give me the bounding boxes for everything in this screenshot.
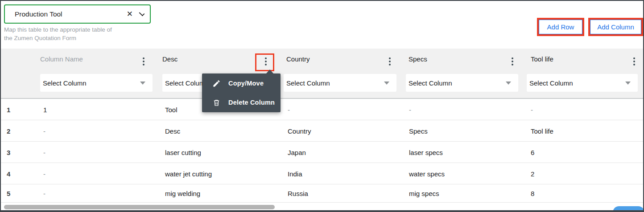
select-column-value: Select Column — [40, 79, 140, 87]
clear-selection-icon[interactable]: ✕ — [127, 10, 133, 18]
row-number: 1 — [7, 106, 10, 113]
cell-specs: Specs — [409, 127, 428, 135]
cell-tool-life: Tool life — [531, 127, 553, 135]
cell-tool-life: 2 — [531, 170, 534, 177]
dropdown-arrow-icon — [506, 82, 511, 85]
cell-country: Japan — [288, 148, 306, 156]
cell-specs: mig specs — [409, 190, 439, 197]
chevron-down-icon[interactable] — [139, 10, 145, 16]
column-menu-annotation-box — [255, 53, 274, 71]
trash-icon — [211, 98, 221, 107]
row-number: 5 — [7, 190, 10, 197]
table-row: 5 - mig welding Russia mig specs 8 — [1, 184, 643, 203]
cell-desc: mig welding — [165, 190, 200, 197]
select-column-dropdown-4[interactable]: Select Column — [406, 74, 518, 92]
pencil-icon — [211, 79, 221, 88]
menu-item-delete-column[interactable]: Delete Column — [202, 93, 281, 112]
table-header-band: Column Name Desc Country Specs Tool life… — [1, 49, 643, 99]
table-mapping-screen: Production Tool ✕ Map this table to the … — [0, 0, 644, 212]
select-column-dropdown-3[interactable]: Select Column — [284, 74, 396, 92]
column-header-desc: Desc — [162, 55, 178, 63]
table-row: 2 - Desc Country Specs Tool life — [1, 120, 643, 142]
add-row-annotation-box: Add Row — [537, 18, 584, 36]
mapping-helper-text: Map this table to the appropriate table … — [4, 26, 158, 43]
select-column-value: Select Column — [406, 79, 506, 87]
menu-item-label: Delete Column — [228, 99, 275, 106]
cell-country: - — [288, 106, 290, 113]
cell-desc: water jet cutting — [165, 170, 212, 177]
select-column-dropdown-5[interactable]: Select Column — [527, 74, 638, 92]
table-row: 3 - laser cutting Japan laser specs 6 — [1, 142, 643, 163]
cell-tool-life: 8 — [531, 190, 534, 197]
column-header-specs: Specs — [409, 55, 427, 63]
column-header-column-name: Column Name — [40, 55, 83, 63]
column-menu-icon-country[interactable] — [386, 56, 393, 67]
menu-item-label: Copy/Move — [228, 80, 264, 87]
cell-column-name: - — [43, 170, 45, 177]
cell-column-name: - — [43, 148, 45, 156]
column-menu-icon-tool-life[interactable] — [631, 56, 638, 67]
cell-country: India — [288, 170, 302, 177]
helper-line-2: the Zumen Quotation Form — [4, 34, 158, 43]
row-number: 4 — [7, 170, 10, 177]
cell-specs: water specs — [409, 170, 445, 177]
helper-line-1: Map this table to the appropriate table … — [4, 26, 158, 34]
cell-desc: laser cutting — [165, 148, 201, 156]
cell-desc: Desc — [165, 127, 180, 135]
add-column-annotation-box: Add Column — [588, 18, 643, 36]
table-select-dropdown[interactable]: Production Tool ✕ — [4, 4, 151, 24]
column-header-country: Country — [286, 55, 310, 63]
cell-desc: Tool — [165, 106, 178, 113]
select-column-dropdown-1[interactable]: Select Column — [40, 74, 153, 92]
select-column-value: Select Column — [284, 79, 384, 87]
table-select-value: Production Tool — [5, 10, 127, 18]
dropdown-arrow-icon — [625, 82, 631, 85]
column-menu-icon-specs[interactable] — [509, 56, 516, 67]
cell-country: Country — [288, 127, 311, 135]
column-context-menu: Copy/Move Delete Column — [202, 73, 281, 112]
row-number: 2 — [7, 127, 10, 135]
table-row: 4 - water jet cutting India water specs … — [1, 163, 643, 184]
cell-tool-life: 6 — [531, 148, 534, 156]
menu-item-copy-move[interactable]: Copy/Move — [202, 74, 281, 93]
cell-country: Russia — [288, 190, 308, 197]
add-column-button[interactable]: Add Column — [590, 20, 641, 34]
cell-column-name: - — [43, 127, 45, 135]
floating-action-button[interactable] — [613, 206, 644, 212]
dropdown-arrow-icon — [384, 82, 389, 85]
horizontal-scrollbar[interactable] — [4, 205, 275, 209]
dropdown-arrow-icon — [140, 82, 145, 85]
cell-specs: laser specs — [409, 148, 443, 156]
table-row: 1 1 Tool - - - — [1, 99, 643, 120]
row-number: 3 — [7, 148, 10, 156]
column-menu-icon-column-name[interactable] — [140, 56, 147, 67]
cell-column-name: 1 — [43, 106, 47, 113]
select-column-value: Select Column — [527, 79, 625, 87]
cell-column-name: - — [43, 190, 45, 197]
cell-tool-life: - — [531, 106, 533, 113]
add-row-button[interactable]: Add Row — [539, 20, 582, 34]
column-header-tool-life: Tool life — [531, 55, 553, 63]
cell-specs: - — [409, 106, 411, 113]
context-menu-caret — [266, 69, 274, 74]
